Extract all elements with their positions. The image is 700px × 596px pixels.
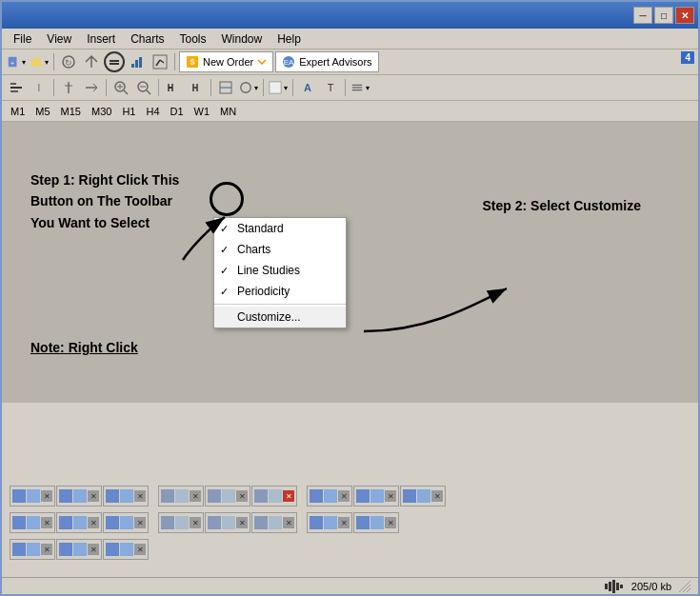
tb2-btn4[interactable] bbox=[81, 77, 102, 98]
bottom-tab-1a[interactable]: ✕ bbox=[10, 486, 55, 507]
bottom-tab-3-2[interactable]: ✕ bbox=[56, 539, 102, 560]
bottom-tab-2-4[interactable]: ✕ bbox=[158, 512, 204, 533]
period-m15[interactable]: M15 bbox=[56, 104, 86, 119]
period-m1[interactable]: M1 bbox=[6, 104, 30, 119]
menu-item-standard[interactable]: Standard bbox=[214, 218, 346, 239]
tab-close-2[interactable]: ✕ bbox=[88, 490, 99, 502]
tb2-btn8[interactable]: ▾ bbox=[238, 77, 259, 98]
tab-2-close-4[interactable]: ✕ bbox=[190, 517, 201, 528]
bottom-tab-2-6[interactable]: ✕ bbox=[251, 512, 297, 533]
toolbar-btn-5[interactable] bbox=[150, 51, 170, 72]
svg-rect-90 bbox=[609, 582, 611, 591]
maximize-button[interactable]: □ bbox=[654, 7, 673, 24]
bottom-tab-3[interactable]: ✕ bbox=[103, 486, 149, 507]
toolbar-row-2: I bbox=[2, 74, 698, 100]
period-m5[interactable]: M5 bbox=[30, 104, 54, 119]
bottom-tab-2[interactable]: ✕ bbox=[56, 486, 102, 507]
toolbar-btn-arrow[interactable] bbox=[81, 51, 102, 72]
period-w1[interactable]: W1 bbox=[190, 104, 215, 119]
tab-close-6-red[interactable]: ✕ bbox=[283, 490, 294, 502]
svg-rect-51 bbox=[62, 492, 70, 500]
tb2-btn3[interactable] bbox=[58, 77, 79, 98]
menu-window[interactable]: Window bbox=[214, 30, 270, 48]
period-h1[interactable]: H1 bbox=[117, 104, 140, 119]
tab-3-close-1[interactable]: ✕ bbox=[41, 544, 52, 555]
period-d1[interactable]: D1 bbox=[166, 104, 189, 119]
tb2-btn5[interactable] bbox=[163, 77, 184, 98]
bottom-tab-2-1[interactable]: ✕ bbox=[10, 512, 55, 533]
tab-2-close-5[interactable]: ✕ bbox=[236, 517, 248, 528]
period-m30[interactable]: M30 bbox=[87, 104, 116, 119]
minimize-button[interactable]: ─ bbox=[633, 7, 652, 24]
period-h4[interactable]: H4 bbox=[141, 104, 164, 119]
tb2-btn6[interactable] bbox=[186, 77, 207, 98]
menu-file[interactable]: File bbox=[6, 30, 39, 48]
menu-tools[interactable]: Tools bbox=[172, 30, 214, 48]
tab-icon-1a bbox=[12, 489, 26, 503]
tb2-btnA[interactable]: A bbox=[297, 77, 318, 98]
tb2-btnMore[interactable]: ▾ bbox=[350, 77, 370, 98]
bottom-tab-7[interactable]: ✕ bbox=[307, 486, 352, 507]
bottom-tab-8[interactable]: ✕ bbox=[353, 486, 399, 507]
bottom-tab-3-3[interactable]: ✕ bbox=[103, 539, 149, 560]
separator-4 bbox=[106, 79, 107, 96]
toolbar-btn-chart[interactable] bbox=[127, 51, 148, 72]
menu-item-periodicity[interactable]: Periodicity bbox=[214, 281, 346, 302]
bottom-tab-3-1[interactable]: ✕ bbox=[10, 539, 55, 560]
tab-3-close-3[interactable]: ✕ bbox=[134, 544, 146, 555]
svg-rect-72 bbox=[123, 519, 130, 526]
tab-close-5[interactable]: ✕ bbox=[236, 490, 248, 502]
tab-3-close-2[interactable]: ✕ bbox=[88, 544, 99, 555]
bottom-tab-2-8[interactable]: ✕ bbox=[353, 512, 399, 533]
menu-item-line-studies[interactable]: Line Studies bbox=[214, 260, 346, 281]
tb2-zoom-out[interactable] bbox=[133, 77, 154, 98]
tab-2-close-2[interactable]: ✕ bbox=[88, 517, 99, 528]
tab-close-7[interactable]: ✕ bbox=[338, 490, 350, 502]
menu-item-customize[interactable]: Customize... bbox=[214, 307, 346, 328]
tb2-btn2[interactable]: I bbox=[29, 77, 50, 98]
bottom-tab-9[interactable]: ✕ bbox=[400, 486, 446, 507]
tab-2-close-8[interactable]: ✕ bbox=[385, 517, 396, 528]
menu-view[interactable]: View bbox=[39, 30, 79, 48]
tab-2-icon-8b bbox=[370, 516, 384, 529]
menu-insert[interactable]: Insert bbox=[79, 30, 123, 48]
tab-close-3[interactable]: ✕ bbox=[134, 490, 146, 502]
new-order-button[interactable]: $ New Order bbox=[179, 51, 273, 72]
tab-2-close-7[interactable]: ✕ bbox=[338, 517, 350, 528]
tb2-btn1[interactable] bbox=[6, 77, 27, 98]
tb2-btnT[interactable]: T bbox=[320, 77, 341, 98]
menu-charts[interactable]: Charts bbox=[123, 30, 171, 48]
tab-2-close-3[interactable]: ✕ bbox=[134, 517, 146, 528]
tab-close-8[interactable]: ✕ bbox=[385, 490, 396, 502]
tb2-btn9[interactable]: ▾ bbox=[268, 77, 289, 98]
bottom-tab-2-7[interactable]: ✕ bbox=[307, 512, 352, 533]
toolbar-btn-new[interactable]: + ▾ bbox=[6, 51, 27, 72]
bottom-tab-2-2[interactable]: ✕ bbox=[56, 512, 102, 533]
tab-close-1[interactable]: ✕ bbox=[41, 490, 52, 502]
tab-3-icon-2b bbox=[73, 543, 87, 556]
bottom-tab-4[interactable]: ✕ bbox=[158, 486, 204, 507]
bottom-tab-2-3[interactable]: ✕ bbox=[103, 512, 149, 533]
svg-rect-8 bbox=[139, 57, 142, 68]
tab-2-close-6[interactable]: ✕ bbox=[283, 517, 294, 528]
tab-close-9[interactable]: ✕ bbox=[431, 490, 443, 502]
tb2-btn7[interactable] bbox=[215, 77, 236, 98]
tab-close-4[interactable]: ✕ bbox=[190, 490, 201, 502]
toolbar-btn-open[interactable]: ▾ bbox=[29, 51, 50, 72]
tb2-zoom-in[interactable] bbox=[110, 77, 131, 98]
toolbar-btn-active[interactable] bbox=[104, 51, 125, 72]
tab-icon-4a bbox=[161, 489, 174, 503]
bottom-tab-5[interactable]: ✕ bbox=[205, 486, 250, 507]
bottom-tab-2-5[interactable]: ✕ bbox=[205, 512, 250, 533]
toolbar-btn-3[interactable]: ↻ bbox=[58, 51, 79, 72]
bottom-tab-6[interactable]: ✕ bbox=[251, 486, 297, 507]
close-button[interactable]: ✕ bbox=[675, 7, 694, 24]
menu-help[interactable]: Help bbox=[270, 30, 309, 48]
svg-text:EA: EA bbox=[284, 58, 294, 67]
period-mn[interactable]: MN bbox=[215, 104, 241, 119]
svg-text:I: I bbox=[38, 83, 41, 93]
menu-item-charts[interactable]: Charts bbox=[214, 239, 346, 260]
svg-rect-69 bbox=[62, 519, 70, 526]
expert-advisors-button[interactable]: EA Expert Advisors bbox=[275, 51, 378, 72]
tab-2-close-1[interactable]: ✕ bbox=[41, 517, 52, 528]
